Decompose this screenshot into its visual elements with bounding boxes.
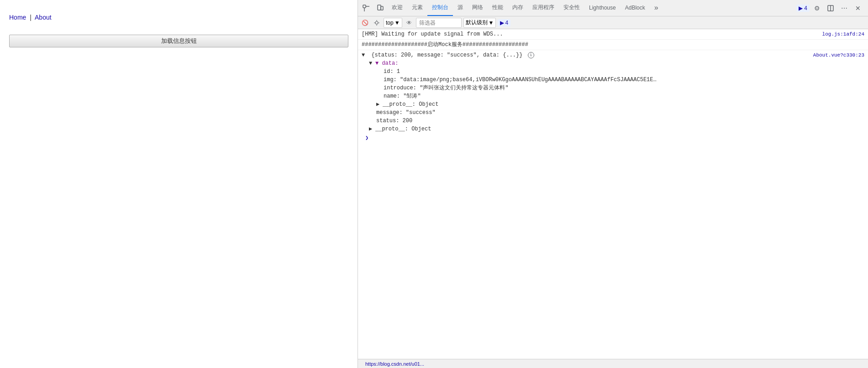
tab-console[interactable]: 控制台 xyxy=(427,0,453,16)
dock-icon[interactable] xyxy=(824,2,837,15)
console-content[interactable]: [HMR] Waiting for update signal from WDS… xyxy=(358,29,868,359)
tab-sources[interactable]: 源 xyxy=(453,0,468,16)
close-devtools-icon[interactable]: ✕ xyxy=(852,2,864,15)
devtools-panel: 欢迎 元素 控制台 源 网络 性能 内存 应用程序 安全性 Lighthouse… xyxy=(358,0,868,368)
more-options-icon[interactable]: ⋯ xyxy=(838,2,851,15)
console-line-hash: ####################启动Mock服务############… xyxy=(358,40,868,50)
root-expand-arrow[interactable]: ▼ xyxy=(362,51,367,59)
json-introduce: introduce: "声叫张这文们关持常这专器元体料" xyxy=(384,84,509,92)
log-level-selector[interactable]: 默认级别 ▼ xyxy=(463,18,496,28)
tab-elements[interactable]: 元素 xyxy=(407,0,427,16)
device-mode-icon[interactable] xyxy=(374,2,386,15)
proto2-expand-arrow[interactable]: ▶ xyxy=(369,125,374,133)
webpage-panel: Home | About 加载信息按钮 xyxy=(0,0,358,368)
next-object-arrow[interactable]: ❯ xyxy=(362,133,372,143)
json-introduce-line: introduce: "声叫张这文们关持常这专器元体料" xyxy=(362,84,864,92)
json-root-link[interactable]: About.vue?c330:23 xyxy=(804,51,864,59)
tab-performance[interactable]: 性能 xyxy=(488,0,508,16)
eye-icon[interactable]: 👁 xyxy=(404,18,414,28)
filter-input[interactable] xyxy=(416,18,462,28)
devtools-statusbar: https://blog.csdn.net/u01... xyxy=(358,359,868,368)
top-context-arrow: ▼ xyxy=(395,20,400,26)
statusbar-url[interactable]: https://blog.csdn.net/u01... xyxy=(365,361,424,367)
svg-rect-4 xyxy=(381,6,383,10)
json-next-line: ❯ xyxy=(362,133,864,143)
json-data-key-line: ▼ ▼ data: xyxy=(362,59,864,67)
json-id: id: 1 xyxy=(384,67,400,76)
top-context-label: top xyxy=(386,20,394,26)
top-context-selector[interactable]: top ▼ xyxy=(384,18,402,28)
settings-icon[interactable]: ⚙ xyxy=(810,2,823,15)
console-toolbar: 🚫 top ▼ 👁 默认级别 ▼ ▶ 4 xyxy=(358,16,868,29)
load-info-button[interactable]: 加载信息按钮 xyxy=(9,35,348,47)
console-error-badge[interactable]: ▶ 4 xyxy=(498,19,510,26)
tab-network[interactable]: 网络 xyxy=(468,0,488,16)
json-root-line[interactable]: ▼ {status: 200, message: "success", data… xyxy=(362,51,864,59)
console-settings-icon[interactable] xyxy=(372,18,382,28)
json-status: status: 200 xyxy=(376,117,412,125)
json-root-summary: {status: 200, message: "success", data: … xyxy=(371,52,522,58)
json-tree: ▼ {status: 200, message: "success", data… xyxy=(358,50,868,144)
tab-application[interactable]: 应用程序 xyxy=(528,0,559,16)
tab-welcome[interactable]: 欢迎 xyxy=(387,0,407,16)
data-expand-arrow[interactable]: ▼ xyxy=(369,59,374,67)
tab-lighthouse[interactable]: Lighthouse xyxy=(584,0,621,16)
hash-text: ####################启动Mock服务############… xyxy=(362,41,864,49)
json-status-line: status: 200 xyxy=(362,117,864,125)
json-img: img: "data:image/png;base64,iVBORw0KGgoA… xyxy=(384,76,658,84)
log-level-label: 默认级别 xyxy=(466,19,488,26)
json-proto2-line: ▶ __proto__: Object xyxy=(362,125,864,133)
json-name-line: name: "邹涛" xyxy=(362,92,864,100)
console-line-hmr: [HMR] Waiting for update signal from WDS… xyxy=(358,29,868,40)
json-proto2: __proto__: Object xyxy=(375,125,431,133)
tab-more[interactable]: » xyxy=(650,0,663,16)
error-count: 4 xyxy=(505,20,508,26)
json-message-line: message: "success" xyxy=(362,109,864,117)
json-proto1-line: ▶ __proto__: Object xyxy=(362,100,864,109)
json-data-key: ▼ data: xyxy=(375,59,398,67)
error-icon: ▶ xyxy=(500,20,504,26)
nav-separator: | xyxy=(30,14,32,21)
devtools-tabs: 欢迎 元素 控制台 源 网络 性能 内存 应用程序 安全性 Lighthouse… xyxy=(387,0,795,16)
json-proto1: __proto__: Object xyxy=(383,100,438,109)
svg-rect-0 xyxy=(363,5,366,8)
json-root-content: ▼ {status: 200, message: "success", data… xyxy=(362,51,534,59)
json-name: name: "邹涛" xyxy=(384,92,421,100)
json-id-line: id: 1 xyxy=(362,67,864,76)
tab-security[interactable]: 安全性 xyxy=(559,0,584,16)
nav-links: Home | About xyxy=(9,14,348,21)
clear-console-icon[interactable]: 🚫 xyxy=(360,18,370,28)
json-img-line: img: "data:image/png;base64,iVBORw0KGgoA… xyxy=(362,76,864,84)
tab-memory[interactable]: 内存 xyxy=(508,0,528,16)
svg-rect-3 xyxy=(378,5,381,10)
devtools-tab-end: ▶ 4 ⚙ ⋯ ✕ xyxy=(796,2,866,15)
tab-adblock[interactable]: AdBlock xyxy=(621,0,650,16)
devtools-topbar: 欢迎 元素 控制台 源 网络 性能 内存 应用程序 安全性 Lighthouse… xyxy=(358,0,868,16)
hmr-link[interactable]: log.js:1afd:24 xyxy=(822,30,864,38)
proto1-expand-arrow[interactable]: ▶ xyxy=(376,100,382,109)
home-link[interactable]: Home xyxy=(9,14,26,21)
json-message: message: "success" xyxy=(376,109,436,117)
about-link[interactable]: About xyxy=(35,14,52,21)
log-level-arrow: ▼ xyxy=(489,20,494,26)
error-badge[interactable]: ▶ 4 xyxy=(796,5,810,12)
hmr-text: [HMR] Waiting for update signal from WDS… xyxy=(362,30,819,38)
info-icon[interactable]: i xyxy=(528,52,534,58)
svg-point-7 xyxy=(375,21,378,24)
inspect-element-icon[interactable] xyxy=(360,2,373,15)
